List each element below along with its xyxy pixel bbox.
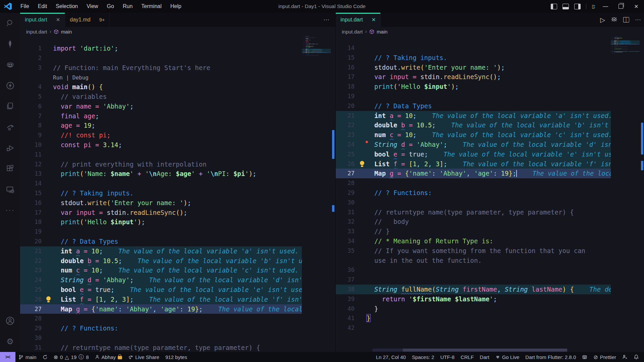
live-share-status-item[interactable]: Live Share <box>125 352 162 362</box>
menu-help[interactable]: Help <box>166 3 186 9</box>
breadcrumb-symbol[interactable]: main <box>377 29 388 35</box>
language-mode-item[interactable]: Dart <box>477 352 492 362</box>
eol-item[interactable]: CRLF <box>458 352 477 362</box>
code-token: ( <box>80 170 84 177</box>
breadcrumb-symbol[interactable]: main <box>61 29 72 35</box>
thunder-client-icon[interactable] <box>0 75 20 96</box>
horizontal-scrollbar[interactable] <box>403 349 567 352</box>
go-live-item[interactable]: Go Live <box>492 352 523 362</box>
code-token: 'name' <box>409 170 432 177</box>
run-and-debug-icon[interactable] <box>0 137 20 158</box>
line-number: 29 <box>20 323 42 333</box>
prettier-item[interactable]: ⊘ Prettier <box>590 352 619 362</box>
code-token: { <box>405 170 409 177</box>
customize-layout-icon[interactable]: ▯: <box>592 4 595 9</box>
code-token: $input <box>111 218 134 226</box>
extensions-icon[interactable] <box>0 158 20 179</box>
code-token: Run | Debug <box>53 74 89 81</box>
code-token: ; <box>413 131 416 138</box>
debug-icon[interactable] <box>611 16 618 24</box>
explorer-icon[interactable] <box>0 96 20 117</box>
horizontal-scrollbar-track[interactable] <box>373 349 403 352</box>
live-share-icon[interactable] <box>0 117 20 137</box>
git-branch-item[interactable]: main <box>15 352 40 362</box>
account-status-item[interactable]: Abhay <box>92 352 125 362</box>
code-token: double <box>61 257 84 264</box>
overview-ruler-right[interactable] <box>640 36 644 352</box>
dart-version-item[interactable]: Dart from Flutter: 2.8.0 <box>522 352 579 362</box>
editor-actions: ▷ ⋯ <box>600 13 641 27</box>
minimap-left[interactable]: 1import 'dart:io';23// Function: main Ev… <box>302 36 331 352</box>
remote-indicator[interactable]: >< <box>0 352 15 362</box>
menu-edit[interactable]: Edit <box>34 3 52 9</box>
robot-icon[interactable] <box>579 352 590 362</box>
breadcrumb-left[interactable]: input.dart › main <box>20 27 335 36</box>
mongodb-icon[interactable] <box>0 34 20 54</box>
restore-button[interactable] <box>613 0 629 13</box>
code-token: ; <box>114 45 118 52</box>
close-button[interactable]: ✕ <box>629 0 644 13</box>
more-actions-icon[interactable]: ⋯ <box>635 16 641 23</box>
menu-run[interactable]: Run <box>118 3 137 9</box>
person-icon <box>95 355 100 359</box>
split-editor-icon[interactable] <box>623 17 629 22</box>
code-token: . <box>397 64 401 71</box>
warning-count: 19 <box>71 354 77 360</box>
cursor-position-item[interactable]: Ln 27, Col 40 <box>373 352 409 362</box>
editor-right[interactable]: 1415 // ? Taking inputs.16 stdout.write(… <box>336 36 644 352</box>
code-token: bool <box>374 150 390 158</box>
code-token <box>95 83 99 90</box>
tab-label: input.dart <box>340 17 363 23</box>
indentation-item[interactable]: Spaces: 2 <box>409 352 437 362</box>
minimize-button[interactable]: — <box>598 0 613 13</box>
editor-group-left: input.dart ✕ day1.md 9+ ⋯ input.dart › m… <box>20 13 335 352</box>
toggle-secondary-sidebar-icon[interactable] <box>574 4 581 9</box>
search-icon[interactable] <box>0 13 20 34</box>
code-token: const <box>61 141 80 148</box>
lightbulb-icon[interactable] <box>46 296 51 302</box>
line-number <box>20 72 42 82</box>
tab-day1-md[interactable]: day1.md 9+ <box>65 13 110 27</box>
run-file-icon[interactable]: ▷ <box>600 16 605 24</box>
code-token <box>76 296 80 303</box>
line-number: 39 <box>336 294 355 304</box>
breadcrumb-right[interactable]: input.dart › main <box>336 27 644 36</box>
close-icon[interactable]: ✕ <box>56 17 60 23</box>
code-token: readLineSync <box>443 73 489 80</box>
menu-terminal[interactable]: Terminal <box>137 3 166 9</box>
menu-bar: File Edit Selection View Go Run Terminal… <box>16 3 186 9</box>
editor-left[interactable]: 1import 'dart:io';23// Function: main Ev… <box>20 36 335 352</box>
close-icon[interactable]: ✕ <box>372 17 376 23</box>
breadcrumb-file[interactable]: input.dart <box>342 29 363 35</box>
account-icon[interactable] <box>0 310 20 331</box>
settings-gear-icon[interactable]: ⚙ <box>0 331 20 352</box>
breadcrumb-file[interactable]: input.dart <box>26 29 47 35</box>
menu-go[interactable]: Go <box>103 3 118 9</box>
bell-icon[interactable] <box>631 352 642 362</box>
menu-selection[interactable]: Selection <box>51 3 82 9</box>
code-token: = <box>95 141 99 148</box>
copilot-icon[interactable] <box>0 54 20 75</box>
lightbulb-icon[interactable] <box>359 161 365 167</box>
tab-input-dart-right[interactable]: input.dart ✕ <box>336 13 381 27</box>
toggle-panel-icon[interactable] <box>562 4 569 9</box>
overview-ruler-left[interactable] <box>331 36 335 352</box>
tab-overflow-icon[interactable]: ⋯ <box>323 13 329 27</box>
problems-item[interactable]: ⊗ 0 △ 19 ⓘ 8 <box>51 352 92 362</box>
line-number: 15 <box>20 188 42 198</box>
sync-item[interactable] <box>40 352 51 362</box>
menu-file[interactable]: File <box>16 3 34 9</box>
feedback-icon[interactable] <box>619 352 631 362</box>
code-token: ; <box>432 121 436 129</box>
remote-explorer-icon[interactable] <box>0 179 20 200</box>
menu-view[interactable]: View <box>82 3 102 9</box>
code-token <box>53 199 61 206</box>
toggle-sidebar-icon[interactable] <box>551 4 557 9</box>
code-token <box>528 286 532 293</box>
minimap-right[interactable]: 1415 // ? Taking inputs.16 stdout.write(… <box>611 36 640 352</box>
code-token: ( <box>393 83 397 90</box>
more-views-icon[interactable]: ··· <box>0 200 20 221</box>
code-token: 10 <box>91 247 99 255</box>
tab-input-dart-left[interactable]: input.dart ✕ <box>20 13 65 27</box>
encoding-item[interactable]: UTF-8 <box>437 352 458 362</box>
